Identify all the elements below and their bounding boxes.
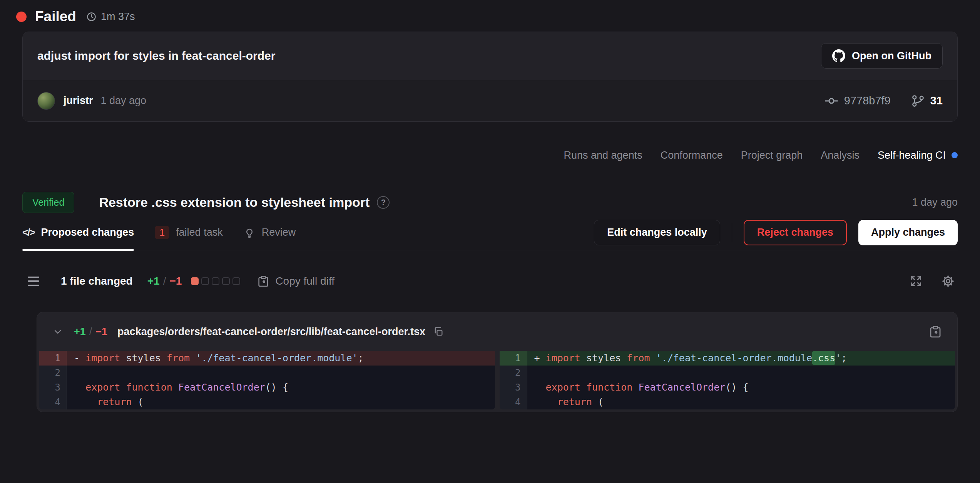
code-line: - import styles from './feat-cancel-orde… <box>67 351 495 366</box>
nav-item-runs-and-agents[interactable]: Runs and agents <box>564 149 642 161</box>
run-duration: 1m 37s <box>86 11 135 23</box>
failed-count-badge: 1 <box>155 226 169 239</box>
diff-line: 2 <box>500 366 955 380</box>
line-number[interactable]: 4 <box>39 395 67 409</box>
diff-line: 4 return ( <box>39 395 495 409</box>
line-number[interactable]: 3 <box>39 380 67 395</box>
commit-time: 1 day ago <box>101 95 147 107</box>
nav-item-label: Runs and agents <box>564 149 642 161</box>
file-stats-separator: / <box>89 326 92 338</box>
file-diff-header[interactable]: +1 / −1 packages/orders/feat-cancel-orde… <box>37 312 957 351</box>
open-on-github-button[interactable]: Open on GitHub <box>821 43 943 69</box>
file-added-count: +1 <box>74 326 86 338</box>
added-count: +1 <box>147 275 160 287</box>
line-number[interactable]: 2 <box>500 366 527 380</box>
line-number[interactable]: 4 <box>500 395 527 409</box>
commit-hash[interactable]: 9778b7f9 <box>824 94 891 108</box>
code-line: export function FeatCancelOrder() { <box>67 380 495 395</box>
branch-count[interactable]: 31 <box>911 94 943 107</box>
nav-item-label: Analysis <box>821 149 860 161</box>
diff-line: 2 <box>39 366 495 380</box>
settings-gear-icon[interactable] <box>942 275 955 288</box>
clock-icon <box>86 12 97 22</box>
git-commit-icon <box>824 94 838 108</box>
author-name: juristr <box>64 95 93 107</box>
diff-progress-squares <box>191 277 240 285</box>
code-line <box>527 366 955 380</box>
open-on-github-label: Open on GitHub <box>852 50 932 62</box>
diff-stats: +1 / −1 <box>147 275 182 287</box>
line-number[interactable]: 1 <box>39 351 67 366</box>
nav-item-label: Project graph <box>741 149 803 161</box>
commit-author: juristr 1 day ago <box>37 92 146 110</box>
active-indicator-dot <box>952 152 958 158</box>
tab-review-label: Review <box>262 226 296 238</box>
files-changed-label: 1 file changed <box>61 275 133 287</box>
file-removed-count: −1 <box>95 326 107 338</box>
commit-refs: 9778b7f9 31 <box>824 94 943 108</box>
apply-changes-button[interactable]: Apply changes <box>858 220 958 245</box>
avatar[interactable] <box>37 92 55 110</box>
commit-hash-text: 9778b7f9 <box>844 94 891 107</box>
nav-item-analysis[interactable]: Analysis <box>821 149 860 161</box>
github-icon <box>832 49 845 62</box>
diff-stat-square <box>232 277 240 285</box>
diff-toolbar-icons <box>910 275 955 288</box>
tab-failed-task[interactable]: 1 failed task <box>155 215 222 250</box>
copy-file-diff-icon[interactable] <box>929 325 942 338</box>
nav-item-conformance[interactable]: Conformance <box>661 149 723 161</box>
code-line: + import styles from './feat-cancel-orde… <box>527 351 955 366</box>
tab-review[interactable]: Review <box>244 215 296 250</box>
failed-status-dot <box>16 12 27 22</box>
line-number[interactable]: 1 <box>500 351 527 366</box>
lightbulb-icon <box>244 227 255 238</box>
commit-card: adjust import for styles in feat-cancel-… <box>22 32 958 122</box>
code-icon: </> <box>22 226 35 238</box>
file-diff-stats: +1 / −1 <box>74 326 107 338</box>
code-line: return ( <box>67 395 495 409</box>
run-status-label: Failed <box>35 8 76 25</box>
actions-divider <box>732 223 732 242</box>
file-diff-panel: +1 / −1 packages/orders/feat-cancel-orde… <box>37 312 958 412</box>
branch-count-text: 31 <box>930 94 943 107</box>
line-number[interactable]: 2 <box>39 366 67 380</box>
copy-full-diff-label: Copy full diff <box>275 275 334 287</box>
tab-failed-task-label: failed task <box>176 226 223 238</box>
fix-heading-row: Verified Restore .css extension to style… <box>22 190 958 214</box>
chevron-down-icon[interactable] <box>52 326 63 337</box>
nav-item-self-healing-ci[interactable]: Self-healing CI <box>878 149 958 161</box>
top-nav: Runs and agentsConformanceProject graphA… <box>22 147 958 163</box>
tab-proposed-changes-label: Proposed changes <box>41 226 134 238</box>
edit-changes-locally-button[interactable]: Edit changes locally <box>594 220 720 245</box>
page: Failed 1m 37s adjust import for styles i… <box>0 0 980 412</box>
copy-path-icon[interactable] <box>433 326 444 337</box>
clipboard-icon <box>257 275 269 287</box>
fix-tabs-row: </> Proposed changes 1 failed task Revie… <box>22 215 958 250</box>
reject-changes-button[interactable]: Reject changes <box>744 220 847 245</box>
run-status-row: Failed 1m 37s <box>16 0 958 19</box>
diff-pane-old: 1- import styles from './feat-cancel-ord… <box>39 351 495 409</box>
nav-item-project-graph[interactable]: Project graph <box>741 149 803 161</box>
verified-badge: Verified <box>22 192 74 213</box>
line-number[interactable]: 3 <box>500 380 527 395</box>
run-duration-text: 1m 37s <box>101 11 135 23</box>
commit-meta-row: juristr 1 day ago 9778b7f9 31 <box>23 80 957 121</box>
git-branch-icon <box>911 94 925 107</box>
commit-card-header: adjust import for styles in feat-cancel-… <box>23 32 957 80</box>
diff-stat-square <box>212 277 219 285</box>
tab-proposed-changes[interactable]: </> Proposed changes <box>22 215 134 250</box>
fix-actions: Edit changes locally Reject changes Appl… <box>594 220 958 245</box>
diff-panes: 1- import styles from './feat-cancel-ord… <box>37 351 957 412</box>
code-line: export function FeatCancelOrder() { <box>527 380 955 395</box>
copy-full-diff-button[interactable]: Copy full diff <box>257 275 334 287</box>
file-path: packages/orders/feat-cancel-order/src/li… <box>117 326 425 338</box>
diff-toolbar: 1 file changed +1 / −1 Copy full diff <box>22 270 958 292</box>
file-list-menu-icon[interactable] <box>28 277 39 286</box>
diff-line: 1+ import styles from './feat-cancel-ord… <box>500 351 955 366</box>
expand-fullscreen-icon[interactable] <box>910 275 922 287</box>
diff-line: 4 return ( <box>500 395 955 409</box>
nav-item-label: Conformance <box>661 149 723 161</box>
help-icon[interactable]: ? <box>377 196 390 209</box>
nav-item-label: Self-healing CI <box>878 149 946 161</box>
diff-stat-square <box>222 277 230 285</box>
